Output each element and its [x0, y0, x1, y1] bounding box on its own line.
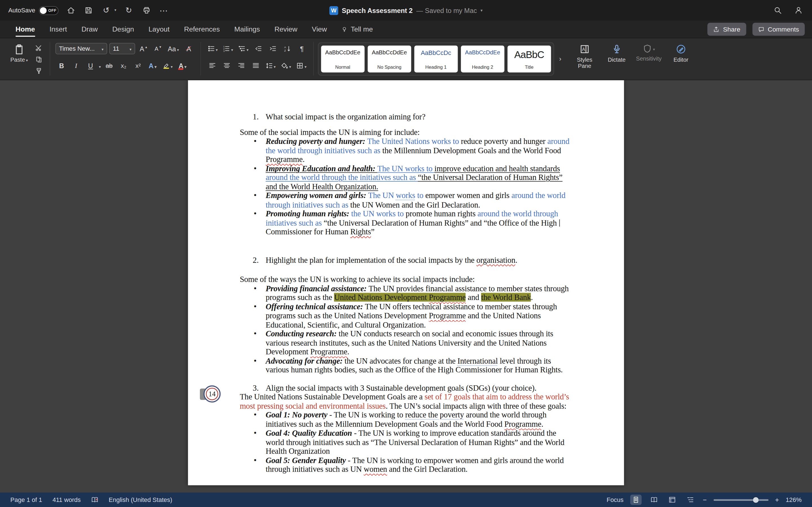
page-count-label[interactable]: Page 1 of 1 [10, 496, 42, 503]
text-run: Programme [504, 419, 541, 428]
tab-layout[interactable]: Layout [149, 20, 169, 38]
tab-insert[interactable]: Insert [49, 20, 67, 38]
home-nav-icon[interactable] [66, 5, 76, 15]
sort-button[interactable]: AZ [281, 43, 294, 54]
zoom-percent-label[interactable]: 126% [786, 496, 802, 503]
change-case-button[interactable]: Aa [166, 43, 181, 54]
bullet-item: Providing financial assistance: The UN p… [240, 284, 572, 302]
save-icon[interactable] [84, 5, 94, 15]
style-no-spacing[interactable]: AaBbCcDdEeNo Spacing [368, 45, 411, 72]
shading-button[interactable] [280, 60, 293, 71]
editor-button[interactable]: Editor [665, 42, 697, 75]
format-painter-button[interactable] [33, 66, 44, 75]
cut-button[interactable] [33, 43, 44, 53]
tab-references[interactable]: References [184, 20, 220, 38]
undo-icon[interactable] [101, 5, 111, 15]
underline-button[interactable]: U [84, 60, 97, 71]
account-icon[interactable] [794, 5, 804, 15]
sensitivity-button[interactable]: Sensitivity [633, 42, 665, 75]
strikethrough-button[interactable]: ab [103, 60, 115, 71]
text-run: Offering technical assistance: [266, 302, 365, 311]
align-center-button[interactable] [220, 60, 233, 71]
tab-review[interactable]: Review [274, 20, 297, 38]
word-count-label[interactable]: 411 words [52, 496, 81, 503]
highlight-color-button[interactable] [161, 60, 174, 71]
style-heading-2[interactable]: AaBbCcDdEeHeading 2 [461, 45, 504, 72]
undo-dropdown-icon[interactable]: ▾ [114, 8, 116, 12]
grow-font-button[interactable]: A [137, 43, 150, 54]
align-left-button[interactable] [206, 60, 218, 71]
document-save-status[interactable]: — Saved to my Mac [416, 6, 477, 14]
borders-button[interactable] [295, 60, 308, 71]
web-layout-view-button[interactable] [666, 495, 678, 505]
print-layout-view-button[interactable] [630, 495, 642, 505]
document-title[interactable]: Speech Assessment 2 [342, 6, 412, 14]
outline-view-button[interactable] [684, 495, 696, 505]
more-commands-icon[interactable] [159, 5, 169, 15]
redo-icon[interactable] [123, 5, 134, 15]
tab-mailings[interactable]: Mailings [234, 20, 260, 38]
margin-badge[interactable]: 14 [204, 385, 221, 402]
tab-draw[interactable]: Draw [82, 20, 98, 38]
language-label[interactable]: English (United States) [109, 496, 172, 503]
print-icon[interactable] [141, 5, 152, 15]
justify-button[interactable] [250, 60, 262, 71]
font-size-select[interactable]: 11 [109, 43, 135, 54]
tab-label: Draw [82, 25, 98, 33]
show-formatting-marks-button[interactable]: ¶ [296, 43, 308, 54]
style-title[interactable]: AaBbCTitle [507, 45, 551, 72]
text-run: reduce poverty and hunger [461, 136, 548, 145]
decrease-indent-button[interactable] [252, 43, 264, 54]
shrink-font-button[interactable]: A [152, 43, 164, 54]
bullets-button[interactable] [206, 43, 219, 54]
italic-button[interactable]: I [70, 60, 82, 71]
sensitivity-shield-icon [643, 44, 652, 53]
text-run: Align the social impacts with 3 Sustaina… [266, 383, 536, 392]
text-effects-button[interactable]: A [146, 60, 159, 71]
text-run: Commissioner for Human [266, 227, 350, 236]
title-chevron-icon[interactable] [480, 8, 483, 13]
tab-label: References [184, 25, 220, 33]
bold-button[interactable]: B [55, 60, 68, 71]
tab-tell-me[interactable]: Tell me [342, 20, 373, 38]
share-button[interactable]: Share [707, 23, 746, 36]
document-page[interactable]: 1.What social impact is the organization… [188, 80, 624, 485]
style-normal[interactable]: AaBbCcDdEeNormal [321, 45, 364, 72]
style-preview: AaBbC [514, 49, 544, 60]
numbering-button[interactable]: 123 [221, 43, 235, 54]
comments-button-label: Comments [768, 25, 799, 33]
text-run: The United Nations Sustainable Developme… [240, 392, 424, 401]
spellcheck-icon[interactable] [91, 496, 98, 503]
gallery-more-button[interactable] [556, 45, 564, 72]
copy-button[interactable] [33, 54, 44, 64]
styles-pane-button[interactable]: A Styles Pane [569, 42, 601, 75]
tab-design[interactable]: Design [112, 20, 134, 38]
subscript-button[interactable]: x₂ [117, 60, 130, 71]
comments-button[interactable]: Comments [752, 23, 805, 36]
zoom-slider-thumb[interactable] [753, 497, 759, 503]
document-area[interactable]: 1.What social impact is the organization… [0, 80, 812, 493]
align-right-button[interactable] [235, 60, 247, 71]
focus-button[interactable]: Focus [607, 496, 624, 503]
style-heading-1[interactable]: AaBbCcDcHeading 1 [414, 45, 458, 72]
ribbon: Paste Times New... 11 [0, 38, 812, 80]
tab-home[interactable]: Home [15, 20, 35, 38]
multilevel-list-button[interactable] [237, 43, 250, 54]
paste-button[interactable]: Paste [7, 42, 31, 64]
font-name-select[interactable]: Times New... [55, 43, 107, 54]
dictate-button[interactable]: Dictate [601, 42, 633, 75]
line-spacing-button[interactable] [264, 60, 277, 71]
zoom-slider[interactable] [713, 497, 768, 503]
clear-formatting-button[interactable]: A [183, 43, 195, 54]
search-icon[interactable] [772, 5, 783, 15]
zoom-in-button[interactable] [775, 496, 779, 504]
increase-indent-button[interactable] [267, 43, 279, 54]
underline-chevron-icon[interactable] [99, 61, 101, 70]
font-color-button[interactable]: A [176, 60, 189, 71]
tab-view[interactable]: View [312, 20, 327, 38]
style-preview: AaBbCcDdEe [372, 49, 407, 55]
autosave-toggle[interactable]: OFF [39, 6, 59, 15]
zoom-out-button[interactable] [703, 496, 707, 504]
read-mode-view-button[interactable] [649, 495, 660, 505]
superscript-button[interactable]: x² [132, 60, 144, 71]
